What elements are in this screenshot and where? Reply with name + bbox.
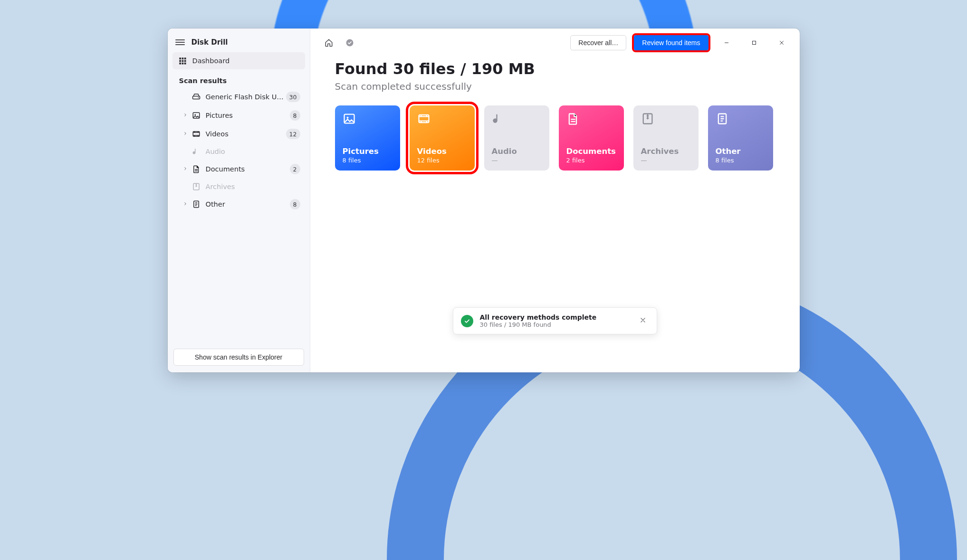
count-badge: 30	[286, 92, 300, 102]
card-documents-title: Documents	[566, 147, 616, 156]
content: Found 30 files / 190 MB Scan completed s…	[310, 56, 800, 180]
card-documents-sub: 2 files	[566, 157, 616, 164]
tree-row-video[interactable]: Videos12	[172, 125, 305, 143]
count-badge: 8	[290, 110, 300, 121]
tree-row-label: Archives	[206, 183, 300, 190]
card-videos-title: Videos	[417, 147, 467, 156]
titlebar-left: Disk Drill	[168, 33, 310, 51]
page-subtitle: Scan completed successfully	[335, 81, 775, 92]
card-other[interactable]: Other 8 files	[708, 105, 773, 171]
toast-close-button[interactable]	[637, 313, 649, 328]
count-badge: 2	[290, 164, 300, 174]
archive-icon	[641, 112, 654, 125]
recover-all-button[interactable]: Recover all…	[570, 35, 626, 50]
doc-icon	[566, 112, 580, 125]
chevron-right-icon	[183, 166, 189, 172]
other-icon	[716, 112, 729, 125]
tree-row-label: Videos	[206, 130, 286, 138]
card-archives[interactable]: Archives —	[633, 105, 699, 171]
toast-title: All recovery methods complete	[480, 313, 630, 321]
chevron-right-icon	[183, 112, 189, 119]
main-pane: Recover all… Review found items Found 30…	[310, 28, 800, 372]
picture-icon	[191, 111, 201, 120]
card-other-sub: 8 files	[716, 157, 766, 164]
card-audio[interactable]: Audio —	[484, 105, 549, 171]
sidebar-tree: Generic Flash Disk USB D…30Pictures8Vide…	[168, 87, 310, 214]
card-pictures[interactable]: Pictures 8 files	[335, 105, 400, 171]
card-documents[interactable]: Documents 2 files	[559, 105, 624, 171]
archive-icon	[191, 182, 201, 191]
audio-icon	[191, 147, 201, 156]
tree-row-label: Pictures	[206, 112, 290, 119]
tree-row-doc[interactable]: Documents2	[172, 160, 305, 178]
nav-dashboard-label: Dashboard	[192, 57, 230, 65]
picture-icon	[343, 112, 356, 125]
video-icon	[191, 130, 201, 138]
toast-subtitle: 30 files / 190 MB found	[480, 321, 630, 328]
window-minimize-button[interactable]	[716, 36, 737, 50]
home-icon[interactable]	[322, 36, 336, 50]
tree-row-archive: Archives	[172, 179, 305, 195]
toast-notification: All recovery methods complete 30 files /…	[453, 307, 657, 334]
app-window: Disk Drill Dashboard Scan results Generi…	[168, 28, 800, 372]
chevron-right-icon	[183, 201, 189, 208]
card-videos[interactable]: Videos 12 files	[410, 105, 475, 171]
tree-row-label: Documents	[206, 165, 290, 173]
page-title: Found 30 files / 190 MB	[335, 60, 775, 78]
tree-row-audio: Audio	[172, 143, 305, 160]
check-circle-icon	[461, 315, 473, 327]
tree-row-drive[interactable]: Generic Flash Disk USB D…30	[172, 88, 305, 106]
review-found-items-button[interactable]: Review found items	[634, 35, 708, 50]
review-found-highlight: Review found items	[633, 34, 709, 51]
tree-row-picture[interactable]: Pictures8	[172, 106, 305, 124]
category-cards: Pictures 8 files Videos 12 files Audio —…	[335, 105, 775, 171]
app-title: Disk Drill	[191, 38, 228, 47]
window-close-button[interactable]	[771, 36, 792, 50]
grid-icon	[178, 57, 187, 65]
sidebar: Disk Drill Dashboard Scan results Generi…	[168, 28, 310, 372]
card-archives-sub: —	[641, 157, 691, 164]
chevron-right-icon	[183, 131, 189, 137]
card-audio-title: Audio	[492, 147, 542, 156]
video-icon	[417, 112, 431, 125]
card-pictures-sub: 8 files	[343, 157, 393, 164]
tree-row-label: Audio	[206, 148, 300, 155]
window-maximize-button[interactable]	[744, 36, 765, 50]
count-badge: 12	[286, 129, 300, 139]
card-other-title: Other	[716, 147, 766, 156]
sidebar-section-header: Scan results	[168, 70, 310, 87]
tree-row-label: Other	[206, 200, 290, 208]
other-icon	[191, 200, 201, 209]
toolbar: Recover all… Review found items	[310, 28, 800, 56]
card-videos-sub: 12 files	[417, 157, 467, 164]
hamburger-icon[interactable]	[175, 39, 185, 45]
show-in-explorer-button[interactable]: Show scan results in Explorer	[173, 349, 304, 366]
tree-row-other[interactable]: Other8	[172, 195, 305, 213]
card-archives-title: Archives	[641, 147, 691, 156]
nav-dashboard[interactable]: Dashboard	[172, 52, 305, 69]
scan-complete-badge-icon[interactable]	[343, 36, 357, 50]
doc-icon	[191, 165, 201, 173]
card-pictures-title: Pictures	[343, 147, 393, 156]
card-audio-sub: —	[492, 157, 542, 164]
count-badge: 8	[290, 199, 300, 209]
tree-row-label: Generic Flash Disk USB D…	[206, 93, 286, 101]
audio-icon	[492, 112, 505, 125]
drive-icon	[191, 93, 201, 101]
